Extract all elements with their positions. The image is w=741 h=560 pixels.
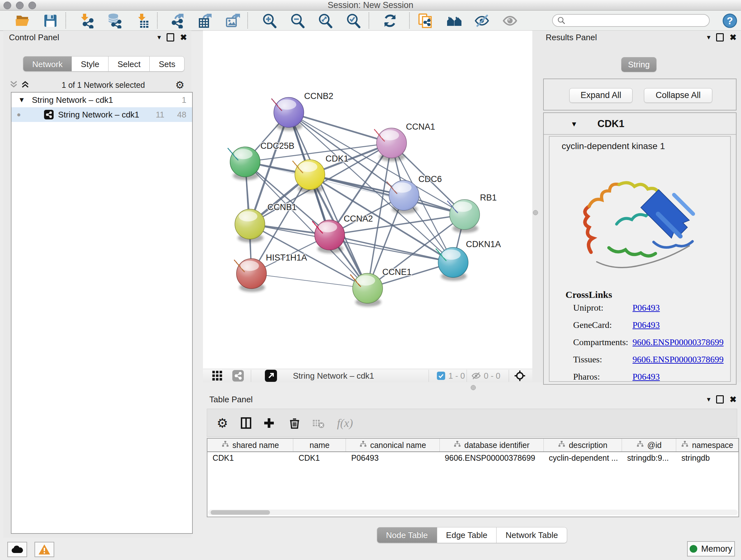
network-node-cdkn1a[interactable]: CDKN1A	[436, 240, 501, 281]
panel-float-icon[interactable]	[716, 395, 724, 403]
search-field[interactable]	[552, 14, 710, 27]
network-options-gear-icon[interactable]: ⚙	[175, 80, 185, 90]
panel-close-icon[interactable]: ✖	[730, 34, 737, 41]
section-expander-icon[interactable]: ▼	[570, 120, 578, 128]
import-table-icon[interactable]	[135, 13, 151, 29]
splitter-handle[interactable]	[533, 210, 538, 215]
tab-string[interactable]: String	[621, 57, 657, 72]
network-node-cdk1[interactable]: CDK1	[293, 154, 348, 193]
collapse-all-button[interactable]: Collapse All	[644, 88, 712, 103]
horizontal-scrollbar[interactable]	[208, 509, 738, 515]
expand-all-button[interactable]: Expand All	[569, 88, 632, 103]
export-table-icon[interactable]	[197, 13, 213, 29]
tab-network[interactable]: Network	[23, 56, 72, 71]
function-builder-icon[interactable]: f(x)	[332, 415, 358, 431]
table-cell[interactable]: CDK1	[293, 452, 346, 465]
table-cell[interactable]: stringdb:9...	[622, 452, 676, 465]
zoom-fit-icon[interactable]	[318, 13, 333, 29]
export-image-icon[interactable]	[225, 13, 241, 29]
panel-float-icon[interactable]	[166, 33, 174, 42]
panel-collapse-icon[interactable]: ▾	[707, 34, 711, 41]
help-icon[interactable]: ?	[722, 13, 738, 29]
tab-style[interactable]: Style	[72, 56, 109, 71]
birdseye-view-icon[interactable]	[212, 370, 223, 381]
tab-node-table[interactable]: Node Table	[377, 527, 437, 543]
zoom-selected-icon[interactable]	[346, 13, 361, 29]
column-header-name[interactable]: name	[293, 439, 346, 451]
apply-layout-icon[interactable]	[382, 13, 398, 29]
tab-select[interactable]: Select	[109, 56, 150, 71]
panel-float-icon[interactable]	[716, 33, 724, 42]
delete-column-icon[interactable]	[286, 415, 303, 431]
delete-table-icon[interactable]	[310, 415, 327, 431]
crosslink-value-link[interactable]: P06493	[632, 372, 660, 382]
column-header-description[interactable]: description	[544, 439, 622, 451]
column-header-namespace[interactable]: namespace	[676, 439, 738, 451]
zoom-out-icon[interactable]	[290, 13, 306, 29]
add-column-icon[interactable]	[261, 415, 277, 431]
column-header--id[interactable]: @id	[622, 439, 676, 451]
crosslink-value-link[interactable]: P06493	[632, 303, 660, 313]
table-cell[interactable]: 9606.ENSP00000378699	[440, 452, 544, 465]
table-cell[interactable]: P06493	[346, 452, 440, 465]
network-node-ccna2[interactable]: CCNA2	[313, 214, 373, 253]
crosslink-value-link[interactable]: 9606.ENSP00000378699	[632, 354, 724, 365]
table-row[interactable]: CDK1CDK1P064939606.ENSP00000378699cyclin…	[207, 452, 738, 465]
hide-selected-icon[interactable]	[474, 13, 490, 29]
table-cell[interactable]: stringdb	[676, 452, 738, 465]
collapse-all-networks-icon[interactable]	[10, 79, 18, 90]
network-graph[interactable]: CCNB2CCNA1CDC25BCDK1CDC6RB1CCNB1CCNA2CDK…	[203, 30, 532, 369]
gene-description: cyclin-dependent kinase 1	[562, 141, 665, 151]
gene-section-header[interactable]: ▼ CDK1	[544, 113, 736, 135]
column-header-database-identifier[interactable]: database identifier	[440, 439, 544, 451]
splitter-handle[interactable]	[471, 385, 476, 390]
warnings-button[interactable]	[35, 542, 54, 557]
crosslink-row: Tissues:9606.ENSP00000378699	[573, 354, 726, 372]
crosslink-value-link[interactable]: 9606.ENSP00000378699	[632, 337, 724, 348]
scrollbar-handle[interactable]	[211, 510, 270, 515]
tab-sets[interactable]: Sets	[150, 56, 185, 71]
network-edge[interactable]	[289, 112, 392, 143]
crosslink-value-link[interactable]: P06493	[632, 320, 660, 330]
save-session-icon[interactable]	[43, 13, 58, 29]
panel-collapse-icon[interactable]: ▾	[707, 396, 711, 403]
tree-expander-icon[interactable]: ▼	[11, 96, 32, 104]
import-database-icon[interactable]	[106, 13, 122, 29]
network-collection-row[interactable]: ▼ String Network – cdk1 1	[11, 92, 192, 107]
import-network-icon[interactable]	[78, 13, 94, 29]
network-node-cdc6[interactable]: CDC6	[387, 174, 442, 213]
network-node-rb1[interactable]: RB1	[448, 193, 496, 233]
export-network-icon[interactable]	[169, 13, 185, 29]
home-icon[interactable]	[446, 13, 462, 29]
memory-button[interactable]: Memory	[687, 541, 735, 557]
network-node-ccnb1[interactable]: CCNB1	[235, 202, 297, 242]
tab-network-table[interactable]: Network Table	[496, 527, 567, 543]
search-input[interactable]	[569, 16, 704, 25]
network-edge[interactable]	[252, 273, 367, 288]
tab-edge-table[interactable]: Edge Table	[437, 527, 497, 543]
table-settings-gear-icon[interactable]: ⚙	[214, 415, 231, 431]
column-header-shared-name[interactable]: shared name	[207, 439, 293, 451]
open-session-icon[interactable]	[14, 13, 30, 29]
panel-close-icon[interactable]: ✖	[730, 396, 737, 403]
show-all-icon[interactable]	[502, 13, 518, 29]
column-header-canonical-name[interactable]: canonical name	[346, 439, 440, 451]
panel-close-icon[interactable]: ✖	[180, 34, 187, 41]
network-canvas[interactable]: CCNB2CCNA1CDC25BCDK1CDC6RB1CCNB1CCNA2CDK…	[203, 30, 532, 369]
zoom-in-icon[interactable]	[262, 13, 278, 29]
show-columns-icon[interactable]	[238, 415, 254, 431]
duplicate-network-icon[interactable]	[417, 13, 433, 29]
toolbar-separator	[65, 12, 66, 28]
vertical-splitter[interactable]	[532, 30, 539, 382]
automation-cloud-button[interactable]	[7, 542, 27, 557]
node-label: CCNA2	[344, 214, 373, 224]
expand-all-networks-icon[interactable]	[21, 79, 29, 90]
panel-collapse-icon[interactable]: ▾	[157, 34, 161, 41]
network-node-cdc25b[interactable]: CDC25B	[228, 141, 294, 180]
table-cell[interactable]: cyclin-dependent ...	[544, 452, 622, 465]
open-in-window-icon[interactable]	[265, 370, 277, 381]
network-node-hist1h1a[interactable]: HIST1H1A	[234, 253, 307, 292]
fit-selected-crosshair-icon[interactable]	[514, 370, 526, 381]
table-cell[interactable]: CDK1	[207, 452, 293, 465]
network-row[interactable]: ● String Network – cdk1 11 48	[11, 107, 192, 122]
